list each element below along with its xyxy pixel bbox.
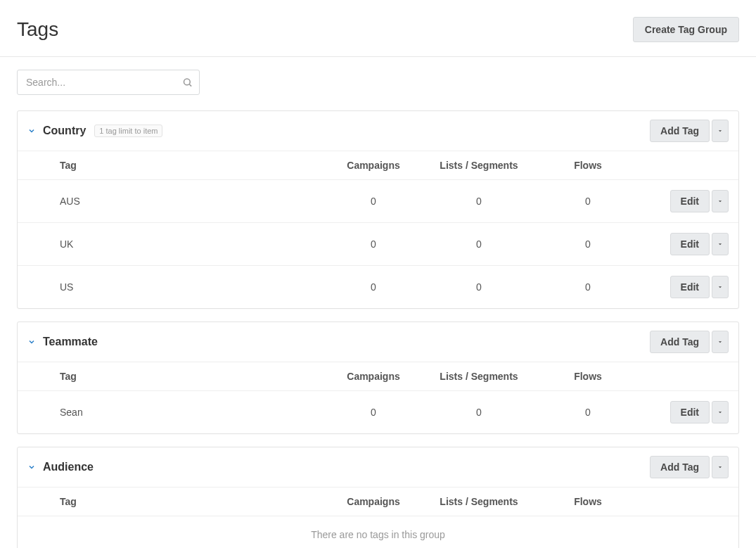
empty-message: There are no tags in this group — [18, 516, 738, 548]
flows-cell: 0 — [539, 196, 637, 207]
svg-line-1 — [189, 84, 191, 87]
svg-point-0 — [184, 79, 191, 85]
tag-name-cell: UK — [60, 238, 328, 250]
row-actions: Edit — [637, 401, 729, 423]
tag-limit-badge: 1 tag limit to item — [94, 125, 162, 137]
tag-group-panel: TeammateAdd TagTagCampaignsLists / Segme… — [17, 321, 739, 434]
add-tag-button[interactable]: Add Tag — [650, 331, 710, 353]
caret-down-icon — [717, 127, 724, 134]
group-name: Teammate — [43, 336, 98, 348]
group-name: Audience — [43, 461, 94, 473]
group-actions: Add Tag — [650, 331, 729, 353]
row-actions: Edit — [637, 276, 729, 298]
page-title: Tags — [17, 18, 58, 41]
caret-down-icon — [717, 198, 724, 205]
tag-group-panel: AudienceAdd TagTagCampaignsLists / Segme… — [17, 447, 739, 548]
row-actions-cell: Edit — [637, 276, 729, 298]
row-dropdown-button[interactable] — [712, 276, 729, 298]
group-name: Country — [43, 125, 86, 137]
edit-button[interactable]: Edit — [670, 233, 710, 255]
group-header: Country1 tag limit to itemAdd Tag — [18, 111, 738, 151]
group-actions: Add Tag — [650, 456, 729, 478]
group-header: AudienceAdd Tag — [18, 447, 738, 487]
add-tag-button[interactable]: Add Tag — [650, 120, 710, 142]
chevron-down-icon[interactable] — [27, 127, 36, 135]
page-header: Tags Create Tag Group — [0, 0, 756, 57]
search-wrap — [17, 70, 200, 95]
tag-group-panel: Country1 tag limit to itemAdd TagTagCamp… — [17, 110, 739, 309]
row-actions-cell: Edit — [637, 401, 729, 423]
table-row: Sean000Edit — [18, 390, 738, 433]
search-input[interactable] — [17, 70, 200, 95]
group-dropdown-button[interactable] — [712, 456, 729, 478]
col-header-lists: Lists / Segments — [419, 371, 539, 382]
row-actions: Edit — [637, 190, 729, 212]
col-header-tag: Tag — [60, 160, 328, 171]
col-header-lists: Lists / Segments — [419, 496, 539, 507]
lists-cell: 0 — [419, 196, 539, 207]
table-row: UK000Edit — [18, 222, 738, 265]
caret-down-icon — [717, 409, 724, 416]
flows-cell: 0 — [539, 238, 637, 250]
tag-name-cell: US — [60, 281, 328, 293]
create-tag-group-button[interactable]: Create Tag Group — [633, 17, 739, 42]
campaigns-cell: 0 — [328, 238, 419, 250]
add-tag-button[interactable]: Add Tag — [650, 456, 710, 478]
chevron-down-icon[interactable] — [27, 463, 36, 471]
caret-down-icon — [717, 338, 724, 345]
table-row: US000Edit — [18, 265, 738, 308]
table-row: AUS000Edit — [18, 179, 738, 222]
edit-button[interactable]: Edit — [670, 276, 710, 298]
table-header: TagCampaignsLists / SegmentsFlows — [18, 362, 738, 390]
row-actions-cell: Edit — [637, 233, 729, 255]
table-header: TagCampaignsLists / SegmentsFlows — [18, 487, 738, 516]
table-header: TagCampaignsLists / SegmentsFlows — [18, 151, 738, 179]
campaigns-cell: 0 — [328, 196, 419, 207]
group-actions: Add Tag — [650, 120, 729, 142]
tag-name-cell: AUS — [60, 196, 328, 207]
tag-name-cell: Sean — [60, 407, 328, 418]
lists-cell: 0 — [419, 407, 539, 418]
campaigns-cell: 0 — [328, 281, 419, 293]
row-actions-cell: Edit — [637, 190, 729, 212]
row-dropdown-button[interactable] — [712, 233, 729, 255]
col-header-campaigns: Campaigns — [328, 160, 419, 171]
edit-button[interactable]: Edit — [670, 401, 710, 423]
lists-cell: 0 — [419, 281, 539, 293]
col-header-tag: Tag — [60, 496, 328, 507]
col-header-flows: Flows — [539, 371, 637, 382]
row-dropdown-button[interactable] — [712, 401, 729, 423]
campaigns-cell: 0 — [328, 407, 419, 418]
lists-cell: 0 — [419, 238, 539, 250]
col-header-flows: Flows — [539, 160, 637, 171]
chevron-down-icon[interactable] — [27, 338, 36, 346]
group-header: TeammateAdd Tag — [18, 322, 738, 362]
caret-down-icon — [717, 464, 724, 471]
col-header-lists: Lists / Segments — [419, 160, 539, 171]
flows-cell: 0 — [539, 407, 637, 418]
row-dropdown-button[interactable] — [712, 190, 729, 212]
search-icon — [182, 77, 193, 88]
col-header-campaigns: Campaigns — [328, 496, 419, 507]
col-header-campaigns: Campaigns — [328, 371, 419, 382]
edit-button[interactable]: Edit — [670, 190, 710, 212]
col-header-flows: Flows — [539, 496, 637, 507]
caret-down-icon — [717, 241, 724, 248]
content-area: Country1 tag limit to itemAdd TagTagCamp… — [0, 57, 756, 548]
group-dropdown-button[interactable] — [712, 331, 729, 353]
group-dropdown-button[interactable] — [712, 120, 729, 142]
flows-cell: 0 — [539, 281, 637, 293]
row-actions: Edit — [637, 233, 729, 255]
caret-down-icon — [717, 283, 724, 291]
col-header-tag: Tag — [60, 371, 328, 382]
